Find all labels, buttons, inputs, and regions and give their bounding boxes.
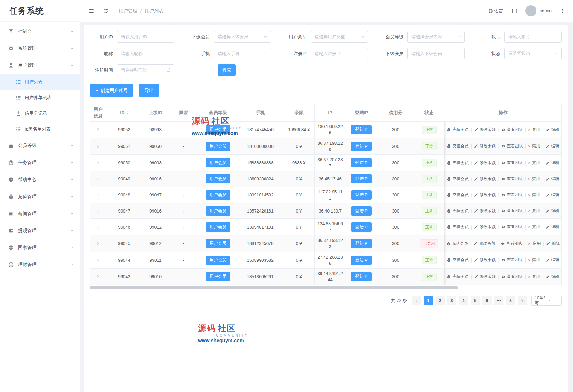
login-ip-button[interactable]: 登陆IP	[351, 272, 372, 281]
sidebar-item-member-level[interactable]: 会员等级	[0, 137, 80, 154]
view-team-link[interactable]: 查看团队	[501, 127, 523, 133]
edit-link[interactable]: 编辑	[546, 143, 559, 149]
user-menu[interactable]: admin	[525, 5, 552, 16]
sidebar-item-news-management[interactable]: 新闻管理	[0, 205, 80, 222]
disable-link[interactable]: ×禁用	[528, 224, 540, 230]
recharge-member-link[interactable]: ¥充值会员	[447, 127, 468, 133]
hamburger-icon[interactable]	[88, 8, 94, 14]
recharge-member-link[interactable]: ¥充值会员	[447, 192, 468, 198]
edit-link[interactable]: 编辑	[546, 176, 559, 182]
view-team-link[interactable]: 查看团队	[501, 208, 523, 214]
login-ip-button[interactable]: 登陆IP	[351, 142, 372, 151]
nickname-input[interactable]	[117, 48, 174, 59]
edit-link[interactable]: 编辑	[546, 224, 559, 230]
login-ip-button[interactable]: 登陆IP	[351, 222, 372, 232]
expand-row-button[interactable]	[96, 242, 100, 245]
scrollbar-thumb[interactable]	[90, 286, 458, 289]
horizontal-scrollbar[interactable]	[90, 286, 562, 289]
sidebar-item-help-center[interactable]: ?帮助中心	[0, 171, 80, 188]
modify-balance-link[interactable]: 修改余额	[473, 241, 495, 247]
login-ip-button[interactable]: 登陆IP	[351, 158, 372, 167]
recharge-member-link[interactable]: ¥充值会员	[447, 176, 468, 182]
view-team-link[interactable]: 查看团队	[501, 143, 523, 149]
view-team-link[interactable]: 查看团队	[501, 224, 523, 230]
breadcrumb-item[interactable]: 用户管理	[119, 8, 137, 14]
sidebar-item-ip-blacklist[interactable]: ip黑名单列表	[0, 121, 80, 137]
sidebar-item-system-management[interactable]: 系统管理	[0, 40, 80, 57]
login-ip-button[interactable]: 登陆IP	[351, 190, 372, 200]
search-button[interactable]: 搜索	[218, 64, 236, 76]
sidebar-item-finance-management[interactable]: 理财管理	[0, 256, 80, 273]
member-level-button[interactable]: 用户会员	[206, 272, 230, 281]
member-level-button[interactable]: 用户会员	[206, 206, 230, 216]
login-ip-button[interactable]: 登陆IP	[351, 239, 372, 248]
page-button-3[interactable]: 3	[447, 296, 456, 305]
account-input[interactable]	[504, 31, 562, 43]
recharge-member-link[interactable]: ¥充值会员	[447, 224, 468, 230]
sidebar-item-console[interactable]: 控制台	[0, 23, 80, 40]
disable-link[interactable]: ×禁用	[528, 127, 540, 133]
page-button-5[interactable]: 5	[471, 296, 480, 305]
export-button[interactable]: 导出	[139, 84, 159, 97]
user-type-select[interactable]: 请选择用户类型	[311, 31, 368, 43]
modify-balance-link[interactable]: 修改余额	[474, 274, 496, 280]
edit-link[interactable]: 编辑	[546, 274, 559, 280]
modify-balance-link[interactable]: 修改余额	[474, 127, 496, 133]
expand-row-button[interactable]	[96, 225, 100, 229]
disable-link[interactable]: ×禁用	[528, 143, 540, 149]
recharge-member-link[interactable]: ¥充值会员	[447, 257, 468, 263]
login-ip-button[interactable]: 登陆IP	[351, 206, 372, 216]
member-level-select[interactable]: 请选择会员等级	[407, 31, 465, 43]
disable-link[interactable]: ×禁用	[528, 160, 540, 166]
create-user-button[interactable]: + 创建用户账号	[90, 84, 133, 97]
member-level-button[interactable]: 用户会员	[206, 190, 230, 200]
view-team-link[interactable]: 查看团队	[501, 192, 523, 198]
page-button-6[interactable]: 6	[482, 296, 492, 305]
enable-link[interactable]: ✓启用	[528, 241, 541, 247]
view-team-link[interactable]: 查看团队	[501, 160, 523, 166]
modify-balance-link[interactable]: 修改余额	[474, 192, 496, 198]
modify-balance-link[interactable]: 修改余额	[474, 160, 496, 166]
edit-link[interactable]: 编辑	[546, 241, 560, 247]
page-button-2[interactable]: 2	[435, 296, 445, 305]
edit-link[interactable]: 编辑	[546, 208, 559, 214]
edit-link[interactable]: 编辑	[546, 192, 559, 198]
expand-row-button[interactable]	[96, 209, 100, 213]
login-ip-button[interactable]: 登陆IP	[351, 174, 372, 183]
avatar[interactable]	[525, 5, 536, 16]
expand-row-button[interactable]	[96, 144, 100, 148]
status-select[interactable]: 请选择状态	[504, 48, 562, 59]
page-button-8[interactable]: 8	[506, 296, 515, 305]
more-pages-button[interactable]: •••	[494, 296, 503, 305]
edit-link[interactable]: 编辑	[546, 257, 559, 263]
sort-caret-icon[interactable]: ▲▼	[126, 111, 128, 115]
disable-link[interactable]: ×禁用	[528, 274, 540, 280]
user-id-input[interactable]	[117, 31, 174, 43]
recharge-member-link[interactable]: ¥充值会员	[446, 241, 468, 247]
member-level-button[interactable]: 用户会员	[206, 158, 230, 167]
sidebar-item-recharge-management[interactable]: ¥充值管理	[0, 188, 80, 205]
member-level-button[interactable]: 用户会员	[206, 256, 230, 265]
expand-row-button[interactable]	[96, 177, 100, 181]
sidebar-item-country-management[interactable]: 国家管理	[0, 239, 80, 256]
sub-member-text-input[interactable]	[407, 48, 465, 59]
expand-row-button[interactable]	[96, 258, 100, 262]
recharge-member-link[interactable]: ¥充值会员	[447, 143, 468, 149]
member-level-button[interactable]: 用户会员	[206, 239, 230, 248]
view-team-link[interactable]: 查看团队	[501, 274, 523, 280]
modify-balance-link[interactable]: 修改余额	[474, 143, 496, 149]
member-level-button[interactable]: 用户会员	[206, 174, 230, 183]
language-switcher[interactable]: 语言	[488, 8, 503, 14]
recharge-member-link[interactable]: ¥充值会员	[447, 160, 468, 166]
member-level-button[interactable]: 用户会员	[206, 125, 230, 134]
fullscreen-icon[interactable]	[512, 8, 517, 14]
recharge-member-link[interactable]: ¥充值会员	[447, 274, 468, 280]
expand-row-button[interactable]	[96, 193, 100, 197]
page-size-select[interactable]: 10条/页	[531, 296, 562, 306]
sidebar-item-credit-record[interactable]: 信用分记录	[0, 106, 80, 121]
sidebar-item-user-list[interactable]: 用户列表	[0, 74, 80, 90]
disable-link[interactable]: ×禁用	[528, 176, 540, 182]
page-button-1[interactable]: 1	[424, 296, 433, 305]
login-ip-button[interactable]: 登陆IP	[351, 256, 372, 265]
expand-row-button[interactable]	[96, 275, 100, 278]
